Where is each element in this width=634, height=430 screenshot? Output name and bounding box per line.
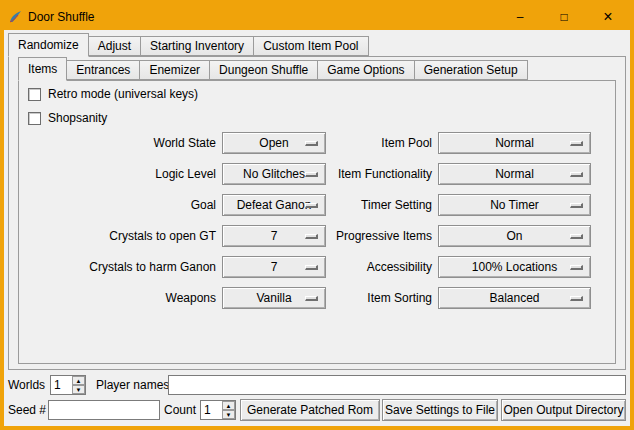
timer-setting-label: Timer Setting [304, 194, 432, 216]
crystals-open-gt-label: Crystals to open GT [44, 225, 216, 247]
weapons-label: Weapons [44, 287, 216, 309]
window-controls: – □ × [498, 4, 630, 30]
titlebar: Door Shuffle – □ × [4, 4, 630, 30]
checkbox-box-icon [28, 112, 41, 125]
logic-level-value: No Glitches [243, 164, 305, 184]
tab-game-options[interactable]: Game Options [317, 60, 414, 80]
item-sorting-label: Item Sorting [304, 287, 432, 309]
progressive-items-value: On [506, 226, 522, 246]
app-icon [8, 10, 22, 24]
tab-starting-inventory[interactable]: Starting Inventory [140, 36, 254, 56]
accessibility-value: 100% Locations [472, 257, 557, 277]
world-state-label: World State [44, 132, 216, 154]
retro-mode-checkbox[interactable]: Retro mode (universal keys) [28, 87, 198, 101]
checkbox-box-icon [28, 88, 41, 101]
main-tab-bar: Randomize Adjust Starting Inventory Cust… [8, 33, 368, 56]
open-output-directory-button[interactable]: Open Output Directory [501, 399, 626, 421]
crystals-open-gt-value: 7 [271, 226, 278, 246]
tab-items[interactable]: Items [18, 57, 67, 81]
world-state-value: Open [259, 133, 288, 153]
close-icon[interactable]: × [586, 4, 630, 30]
client-area: Randomize Adjust Starting Inventory Cust… [4, 30, 630, 426]
accessibility-dropdown[interactable]: 100% Locations [438, 256, 591, 278]
worlds-spinner[interactable]: ▲ ▼ [50, 375, 86, 395]
tab-generation-setup[interactable]: Generation Setup [414, 60, 528, 80]
sub-tab-bar: Items Entrances Enemizer Dungeon Shuffle… [18, 57, 527, 80]
timer-setting-dropdown[interactable]: No Timer [438, 194, 591, 216]
logic-level-label: Logic Level [44, 163, 216, 185]
tab-enemizer[interactable]: Enemizer [139, 60, 210, 80]
menu-indicator-icon [570, 296, 583, 301]
retro-mode-label: Retro mode (universal keys) [48, 87, 198, 101]
crystals-harm-ganon-value: 7 [271, 257, 278, 277]
save-settings-button[interactable]: Save Settings to File [382, 399, 498, 421]
minimize-icon[interactable]: – [498, 4, 542, 30]
shopsanity-checkbox[interactable]: Shopsanity [28, 111, 107, 125]
window-title: Door Shuffle [28, 10, 95, 24]
spin-up-icon[interactable]: ▲ [72, 376, 85, 385]
spin-down-icon[interactable]: ▼ [222, 410, 235, 419]
goal-label: Goal [44, 194, 216, 216]
generate-patched-rom-button[interactable]: Generate Patched Rom [240, 399, 380, 421]
item-functionality-value: Normal [495, 164, 534, 184]
menu-indicator-icon [570, 265, 583, 270]
count-spinner[interactable]: ▲ ▼ [200, 400, 236, 420]
count-input[interactable] [201, 401, 222, 419]
tab-custom-item-pool[interactable]: Custom Item Pool [253, 36, 368, 56]
spinner-arrows: ▲ ▼ [72, 376, 85, 394]
accessibility-label: Accessibility [304, 256, 432, 278]
item-functionality-label: Item Functionality [304, 163, 432, 185]
menu-indicator-icon [570, 203, 583, 208]
shopsanity-label: Shopsanity [48, 111, 107, 125]
item-pool-value: Normal [495, 133, 534, 153]
item-pool-label: Item Pool [304, 132, 432, 154]
goal-value: Defeat Ganon [237, 195, 312, 215]
seed-input[interactable] [48, 400, 160, 420]
menu-indicator-icon [570, 141, 583, 146]
menu-indicator-icon [570, 172, 583, 177]
spin-up-icon[interactable]: ▲ [222, 401, 235, 410]
item-sorting-dropdown[interactable]: Balanced [438, 287, 591, 309]
seed-label: Seed # [8, 399, 46, 421]
item-functionality-dropdown[interactable]: Normal [438, 163, 591, 185]
item-pool-dropdown[interactable]: Normal [438, 132, 591, 154]
tab-adjust[interactable]: Adjust [88, 36, 141, 56]
player-names-input[interactable] [168, 375, 626, 395]
progressive-items-dropdown[interactable]: On [438, 225, 591, 247]
item-sorting-value: Balanced [489, 288, 539, 308]
spin-down-icon[interactable]: ▼ [72, 385, 85, 394]
worlds-label: Worlds [8, 374, 45, 396]
count-label: Count [164, 399, 196, 421]
crystals-harm-ganon-label: Crystals to harm Ganon [44, 256, 216, 278]
player-names-label: Player names [96, 374, 169, 396]
maximize-icon[interactable]: □ [542, 4, 586, 30]
spinner-arrows: ▲ ▼ [222, 401, 235, 419]
tab-entrances[interactable]: Entrances [66, 60, 140, 80]
items-tab-pane [18, 80, 616, 364]
weapons-value: Vanilla [256, 288, 291, 308]
tab-randomize[interactable]: Randomize [8, 33, 89, 57]
progressive-items-label: Progressive Items [304, 225, 432, 247]
tab-dungeon-shuffle[interactable]: Dungeon Shuffle [209, 60, 318, 80]
door-shuffle-window: Door Shuffle – □ × Randomize Adjust Star… [0, 0, 634, 430]
menu-indicator-icon [570, 234, 583, 239]
timer-setting-value: No Timer [490, 195, 539, 215]
worlds-input[interactable] [51, 376, 72, 394]
